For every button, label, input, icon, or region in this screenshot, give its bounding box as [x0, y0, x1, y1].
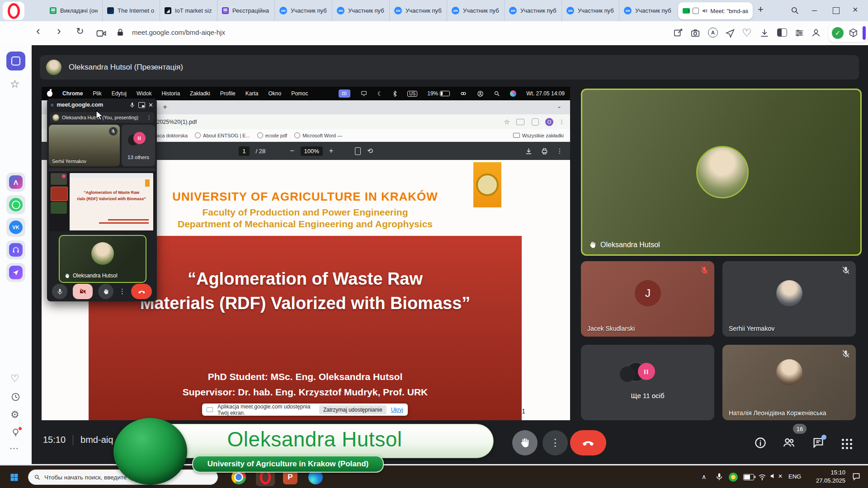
- mini-mic-icon[interactable]: [129, 102, 135, 108]
- tab-registration[interactable]: Реєстраційна: [217, 0, 275, 21]
- favorites-heart-icon[interactable]: ♡: [742, 27, 752, 39]
- apple-icon[interactable]: [47, 91, 52, 97]
- translate-icon[interactable]: A: [708, 28, 718, 38]
- whatsapp-button[interactable]: [6, 195, 25, 214]
- sidebar-toggle-icon[interactable]: [863, 26, 866, 40]
- participant-tile-nataliia[interactable]: Наталія Леонідівна Корженівська: [722, 345, 856, 420]
- mini-others-tile[interactable]: II 13 others: [122, 125, 155, 166]
- mini-camera-off-button[interactable]: [73, 284, 93, 299]
- mini-mic-button[interactable]: [52, 284, 67, 299]
- battery-indicator[interactable]: 19%: [427, 90, 450, 97]
- menu-bar-clock[interactable]: Wt. 27.05 14:09: [526, 90, 565, 97]
- tray-battery-icon[interactable]: [743, 474, 754, 480]
- participant-tile-main[interactable]: Oleksandra Hutsol: [581, 89, 862, 256]
- tab-zoom-participant[interactable]: zm Участник пуб: [619, 0, 677, 21]
- pdf-print-icon[interactable]: [541, 147, 548, 155]
- tray-language[interactable]: ENG: [788, 473, 801, 480]
- side-panel-icon[interactable]: [532, 118, 539, 126]
- mini-pip-icon[interactable]: [138, 102, 145, 108]
- pdf-menu-icon[interactable]: ⋮: [557, 147, 563, 155]
- hide-link[interactable]: Ukryj: [391, 407, 403, 413]
- notification-center-icon[interactable]: [852, 472, 861, 481]
- tray-antivirus-icon[interactable]: [729, 473, 738, 482]
- tab-search-icon[interactable]: [790, 6, 799, 15]
- participant-tile-others[interactable]: II Ще 11 осіб: [581, 345, 714, 420]
- vk-button[interactable]: VK: [6, 218, 25, 237]
- tab-zoom-participant[interactable]: zm Участник пуб: [332, 0, 390, 21]
- mini-end-call-button[interactable]: [131, 284, 152, 299]
- bluetooth-icon[interactable]: [392, 90, 397, 97]
- people-button[interactable]: [782, 436, 796, 449]
- tab-zoom-participant[interactable]: zm Участник пуб: [562, 0, 619, 21]
- fit-page-icon[interactable]: [355, 147, 361, 155]
- user-switch-icon[interactable]: [477, 90, 484, 97]
- all-bookmarks-button[interactable]: Wszystkie zakładki: [513, 133, 564, 138]
- menu-karta[interactable]: Karta: [245, 90, 259, 97]
- chrome-new-tab-button[interactable]: +: [163, 103, 167, 112]
- activities-grid-button[interactable]: [842, 439, 852, 449]
- back-button[interactable]: ‹: [36, 25, 40, 37]
- end-call-button[interactable]: [570, 430, 606, 455]
- start-button[interactable]: [10, 473, 19, 482]
- tray-volume-muted-icon[interactable]: ✕: [769, 472, 783, 480]
- participant-tile-jacek[interactable]: J Jacek Skudlarski: [581, 261, 714, 337]
- forward-button[interactable]: ›: [57, 25, 61, 37]
- window-maximize-button[interactable]: [833, 7, 840, 14]
- window-close-button[interactable]: ×: [853, 5, 858, 15]
- chrome-tab-search-chevron[interactable]: ⌄: [557, 103, 561, 109]
- stop-sharing-button[interactable]: Zatrzymaj udostępnianie: [319, 405, 387, 414]
- menu-pomoc[interactable]: Pomoc: [291, 90, 308, 97]
- menu-edytuj[interactable]: Edytuj: [112, 90, 127, 97]
- settings-gear-icon[interactable]: ⚙: [10, 409, 19, 421]
- menu-okno[interactable]: Okno: [268, 90, 281, 97]
- popup-icon[interactable]: [693, 8, 699, 14]
- screen-sharing-indicator-icon[interactable]: [339, 89, 350, 98]
- more-options-button[interactable]: ⋮: [542, 430, 568, 455]
- adblock-check-icon[interactable]: ✓: [832, 27, 844, 39]
- tray-chevron-icon[interactable]: ∧: [702, 473, 706, 480]
- new-tab-button[interactable]: +: [758, 5, 764, 14]
- pdf-download-icon[interactable]: [525, 147, 533, 155]
- mini-participant-tile[interactable]: Serhii Yermakov: [49, 125, 120, 166]
- display-icon[interactable]: [360, 90, 368, 97]
- chrome-profile-badge[interactable]: O: [545, 118, 553, 126]
- history-clock-icon[interactable]: [11, 392, 20, 402]
- mini-more-button[interactable]: ⋮: [119, 287, 126, 296]
- reading-list-icon[interactable]: [516, 119, 524, 125]
- menu-historia[interactable]: Historia: [161, 90, 180, 97]
- tab-zoom-participant[interactable]: zm Участник пуб: [390, 0, 447, 21]
- moon-icon[interactable]: ☾: [377, 90, 383, 97]
- bookmark-star-icon[interactable]: ☆: [504, 118, 510, 126]
- bookmark-item[interactable]: About ENTSOG | E...: [195, 132, 250, 138]
- menu-chrome[interactable]: Chrome: [62, 90, 83, 97]
- sidebar-more-icon[interactable]: ⋯: [9, 443, 19, 454]
- downloads-icon[interactable]: [760, 28, 769, 38]
- menu-zakladki[interactable]: Zakładki: [190, 90, 210, 97]
- mini-more-icon[interactable]: ⋮: [146, 115, 151, 121]
- menu-profile[interactable]: Profile: [220, 90, 236, 97]
- zoom-in-button[interactable]: +: [329, 147, 333, 155]
- rotate-icon[interactable]: ⟲: [367, 147, 373, 155]
- menu-widok[interactable]: Widok: [137, 90, 151, 97]
- bookmark-item[interactable]: ecode pdf: [257, 132, 287, 138]
- mini-hand-button[interactable]: [98, 284, 113, 299]
- tab-vykladachi[interactable]: Викладачі (он: [45, 0, 103, 21]
- menu-plik[interactable]: Plik: [93, 90, 101, 97]
- aria-app-button[interactable]: Λ: [6, 173, 25, 192]
- tab-the-internet[interactable]: The Internet o: [103, 0, 160, 21]
- camera-icon[interactable]: [690, 28, 700, 38]
- drag-handle-icon[interactable]: ≡: [51, 102, 53, 108]
- pause-badge[interactable]: II: [133, 132, 146, 144]
- meeting-info-button[interactable]: [754, 436, 767, 449]
- tab-iot-market[interactable]: ◢ IoT market siz: [160, 0, 217, 21]
- opera-menu-button[interactable]: [3, 2, 24, 20]
- keyboard-layout-indicator[interactable]: US: [407, 91, 417, 97]
- mini-title-bar[interactable]: ≡ meet.google.com ✕: [47, 99, 157, 111]
- tab-zoom-participant[interactable]: zm Участник пуб: [505, 0, 562, 21]
- tab-capture-icon[interactable]: [96, 28, 107, 39]
- reader-mode-icon[interactable]: [777, 28, 787, 37]
- player-button[interactable]: [6, 240, 25, 259]
- url-text[interactable]: meet.google.com/bmd-aiqe-hjx: [132, 28, 225, 36]
- bookmark-item[interactable]: Microsoft Word —: [294, 132, 342, 138]
- pause-badge[interactable]: II: [638, 363, 655, 380]
